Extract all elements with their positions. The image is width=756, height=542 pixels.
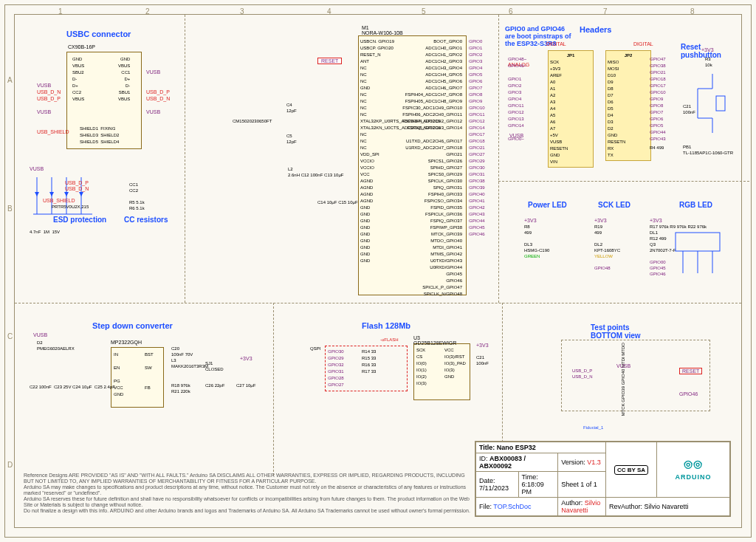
- svg-marker-0: [35, 192, 39, 196]
- header-jp1: JP1 SCK+3V3AREFA0A1A2A3A4A5A6A7+5VVUSBRE…: [548, 50, 594, 168]
- usbc-pins-l: GNDVBUSSBU2D-D+CC2VBUS: [72, 56, 84, 103]
- divider: [498, 15, 499, 303]
- grid-row-b: B: [7, 205, 13, 213]
- flash-cap: C21100nF: [476, 354, 489, 366]
- v3v3: +3V3: [476, 343, 489, 348]
- netlabel: VUSB: [146, 109, 160, 114]
- rev: Silvio Navaretti: [645, 503, 689, 510]
- tp-vusb: VUSB: [616, 363, 630, 368]
- hdr-labels-r: MISOMOSID10D9D8D7D6D5D4D3D2GNDRESETNRXTX: [608, 59, 649, 159]
- lbl: Author:: [561, 499, 583, 507]
- val: 5.1k: [136, 200, 144, 205]
- sheet-frame: 1 2 3 4 5 6 7 8 A B C D USBC connector E…: [4, 4, 752, 538]
- sect-sckled: SCK LED: [598, 201, 630, 209]
- sd-pins-r: BSTSWFB: [145, 351, 154, 391]
- cc-vals: CC1CC2: [129, 182, 138, 193]
- grid-col-8: 8: [690, 7, 695, 16]
- netlabel: USB_SHIELD: [37, 129, 69, 134]
- tp-reset: RESET: [679, 368, 702, 374]
- flash-res: R14 33R15 33R16 33R17 33: [362, 349, 376, 375]
- lbl: RevAuthor:: [609, 503, 642, 510]
- val: 2.6nH: [288, 173, 300, 177]
- grid-row-c: C: [7, 332, 13, 340]
- netlabel: USB_D_N: [146, 96, 170, 101]
- tp-top: MTCK GPIO39 GPIO40 MTDI MTDO: [620, 343, 626, 416]
- rgb-sch: [646, 218, 742, 299]
- netlabel: USB_D_P: [65, 180, 89, 185]
- netlabel: VUSB: [33, 332, 47, 337]
- sd-right: C20100nF 70VL3 MAKK2016T3R3M: [171, 346, 208, 369]
- svg-marker-1: [49, 192, 54, 196]
- lbl: Date:: [479, 477, 495, 484]
- reset-label: RESET: [317, 58, 342, 64]
- val: 4.7nF: [30, 230, 41, 234]
- stepdown-part: MP2322GQH: [111, 340, 142, 345]
- divider: [273, 303, 274, 476]
- grid-col-4: 4: [327, 7, 331, 16]
- val: 10μF: [348, 200, 358, 205]
- tp-gpio46: GPIO46: [679, 391, 698, 397]
- lbl: Time:: [522, 473, 538, 481]
- jp2-nets: GPIO47GPIO38GPIO21GPIO18GPIO17GPIO10GPIO…: [650, 56, 666, 143]
- usbc-part: CX90B-16P: [68, 44, 95, 49]
- grid-col-7: 7: [603, 7, 608, 16]
- caps: C412pF: [286, 102, 297, 114]
- pled-block: +3V3R8499 DL3HSMG-C190 GREEN: [524, 218, 549, 259]
- hdr-d2: DIGITAL: [633, 41, 653, 47]
- netlabel: USB_SHIELD: [43, 198, 75, 203]
- val: 100nF: [683, 110, 695, 114]
- header-jp2: JP2 MISOMOSID10D9D8D7D6D5D4D3D2GNDRESETN…: [605, 50, 651, 161]
- lbl: Title:: [479, 444, 495, 451]
- lbl: Version:: [561, 459, 585, 466]
- mcu-pins-right: BOOT_GPIO0ADC1CH0_GPIO1ADC1CH1_GPIO2ADC1…: [399, 38, 462, 298]
- title: Nano ESP32: [497, 444, 536, 451]
- sect-flash: Flash 128Mb: [362, 321, 410, 330]
- netlabel: USB_D_P: [37, 96, 61, 101]
- val: 12pF: [286, 109, 297, 113]
- schematic-page: 1 2 3 4 5 6 7 8 A B C D USBC connector E…: [0, 0, 756, 542]
- usbc-shield: SHIELD1 FIXINGSHIELD3 SHIELD2SHIELD5 SHI…: [80, 126, 119, 145]
- grid-row-d: D: [7, 461, 13, 469]
- sect-rgb: RGB LED: [679, 201, 712, 209]
- jp1-nets: GPIO48~GPIO46~GPIO1GPIO2GPIO3GPIO4GPIO11…: [508, 56, 526, 143]
- title-block: Title: Nano ESP32 CC BY SA ◎◎ARDUINO ID:…: [475, 441, 731, 517]
- grid-col-2: 2: [145, 7, 150, 16]
- grid-col-5: 5: [422, 7, 426, 16]
- divider: [15, 303, 741, 303]
- pb1: PB1 TL-1185AP1C-1060-GTR: [683, 144, 733, 156]
- sect-pled: Power LED: [528, 201, 567, 209]
- flash-bus: QSPI: [310, 346, 320, 351]
- hdr-labels-l: SCK+3V3AREFA0A1A2A3A4A5A6A7+5VVUSBRESETN…: [550, 59, 591, 165]
- val: 12pF: [286, 140, 297, 144]
- sd-caps-in: C22 100nF C23 25V C24 10μF C25 2.4pF: [30, 384, 115, 390]
- caps: L22.6nH C12 100nF C13 10μF: [288, 166, 344, 178]
- v3v3: +3V3: [701, 47, 714, 52]
- flash-nets: GPIO30GPIO29GPIO32GPIO31GPIO28GPIO27: [328, 349, 344, 388]
- sckled-block: +3V3R19499 DL2KPT-1608YC YELLOW GPIO48: [594, 218, 620, 271]
- sd-c26: C26 22pF: [205, 383, 224, 388]
- flash-pins-r: VCCIO(3)/RSTIO(3)_PADIO(3)GND: [444, 347, 466, 380]
- sheet: 1 of 1: [580, 481, 597, 488]
- sect-cc: CC resistors: [124, 216, 168, 224]
- val: 5.1k: [136, 206, 144, 210]
- hdr-title: JP2: [608, 52, 649, 59]
- esd-vals: 4.7nF 1M 15V: [30, 229, 60, 235]
- esd-part: PRTR5V0U2X,215: [52, 204, 89, 210]
- cc-icon: CC BY SA: [614, 465, 648, 475]
- netlabel: VUSB: [146, 69, 160, 75]
- val: 1M: [44, 230, 49, 234]
- reset-cap: C21100nF: [683, 103, 695, 115]
- netlabel: VUSB: [37, 109, 51, 114]
- sheet-inner: 1 2 3 4 5 6 7 8 A B C D USBC connector E…: [14, 14, 742, 528]
- file: TOP.SchDoc: [493, 503, 531, 510]
- grid-col-1: 1: [58, 7, 63, 16]
- arduino-logo: ◎◎ARDUINO: [676, 458, 712, 481]
- fiducial: Fiducial_1: [583, 425, 603, 430]
- lbl: File:: [479, 503, 492, 510]
- sect-headers: Headers: [580, 25, 611, 34]
- val: 10μF: [334, 173, 344, 177]
- sd-pins-l: INENPGVCCGND: [114, 351, 123, 398]
- flash-sj: -oFLASH: [380, 337, 399, 343]
- sect-usbc: USBC connector: [66, 30, 131, 38]
- reset-r: R310k: [705, 56, 712, 68]
